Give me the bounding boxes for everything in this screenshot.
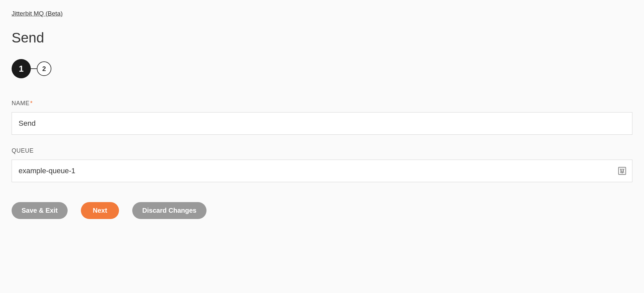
discard-changes-button[interactable]: Discard Changes <box>132 202 206 219</box>
breadcrumb-link[interactable]: Jitterbit MQ (Beta) <box>12 10 63 17</box>
save-exit-button[interactable]: Save & Exit <box>12 202 68 219</box>
step-connector <box>31 68 37 69</box>
form-group-queue: QUEUE <box>12 147 632 182</box>
button-row: Save & Exit Next Discard Changes <box>12 202 632 219</box>
name-input[interactable] <box>12 112 632 135</box>
queue-input-wrapper <box>12 160 632 182</box>
step-2[interactable]: 2 <box>37 61 51 76</box>
step-1[interactable]: 1 <box>12 59 31 78</box>
next-button[interactable]: Next <box>81 202 119 219</box>
name-label-text: NAME <box>12 100 29 107</box>
page-title: Send <box>12 30 632 46</box>
stepper: 1 2 <box>12 59 632 78</box>
queue-label: QUEUE <box>12 147 632 154</box>
variable-icon[interactable] <box>618 167 626 175</box>
queue-input[interactable] <box>12 160 632 182</box>
name-label: NAME* <box>12 100 632 107</box>
required-indicator: * <box>30 100 33 107</box>
form-group-name: NAME* <box>12 100 632 135</box>
